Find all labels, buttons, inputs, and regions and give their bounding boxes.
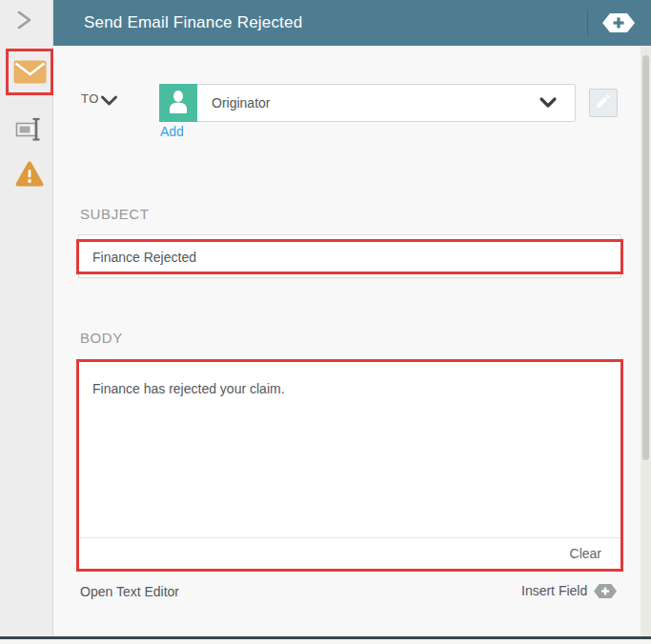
sidebar-item-rename[interactable] xyxy=(15,116,42,142)
scrollbar-track[interactable] xyxy=(641,46,651,636)
insert-field-button[interactable]: Insert Field xyxy=(521,583,617,598)
chevron-right-icon xyxy=(16,16,33,32)
warning-icon xyxy=(15,174,44,191)
sidebar xyxy=(0,0,53,636)
edit-recipient-button[interactable] xyxy=(589,89,618,117)
insert-field-label: Insert Field xyxy=(521,583,587,598)
add-recipient-link[interactable]: Add xyxy=(160,124,184,139)
subject-input[interactable] xyxy=(81,240,620,273)
recipient-value: Originator xyxy=(212,95,539,111)
recipient-avatar xyxy=(159,84,197,122)
email-icon xyxy=(13,70,47,87)
body-label: BODY xyxy=(80,330,123,346)
send-email-config-panel: Send Email Finance Rejected TO xyxy=(0,0,651,644)
sidebar-item-warning[interactable] xyxy=(15,161,44,188)
header-insert-field-button[interactable] xyxy=(602,13,635,32)
chevron-down-icon xyxy=(100,94,118,111)
subject-label: SUBJECT xyxy=(80,206,150,222)
body-textarea[interactable]: Finance has rejected your claim. xyxy=(92,381,607,396)
annotation-highlight-body: Finance has rejected your claim. Clear xyxy=(76,359,623,572)
to-label: TO xyxy=(81,91,99,106)
hexagon-plus-icon xyxy=(594,584,617,598)
open-text-editor-link[interactable]: Open Text Editor xyxy=(80,584,179,599)
collapse-panel-button[interactable] xyxy=(16,10,33,30)
panel-header: Send Email Finance Rejected xyxy=(53,0,651,46)
sidebar-item-email[interactable] xyxy=(13,60,47,84)
chevron-down-icon xyxy=(539,96,558,110)
rename-icon xyxy=(15,129,42,145)
header-divider xyxy=(587,10,588,36)
recipient-dropdown[interactable]: Originator xyxy=(159,84,576,122)
annotation-highlight-email-tab xyxy=(6,49,53,95)
panel-bottom-edge xyxy=(0,636,651,639)
scrollbar-thumb[interactable] xyxy=(642,55,649,460)
clear-body-link[interactable]: Clear xyxy=(570,546,601,561)
hexagon-plus-icon xyxy=(602,19,635,35)
pencil-icon xyxy=(595,92,612,113)
to-options-dropdown[interactable] xyxy=(100,94,118,108)
body-footer: Clear xyxy=(79,537,620,569)
page-title: Send Email Finance Rejected xyxy=(84,13,302,32)
person-icon xyxy=(167,89,190,117)
